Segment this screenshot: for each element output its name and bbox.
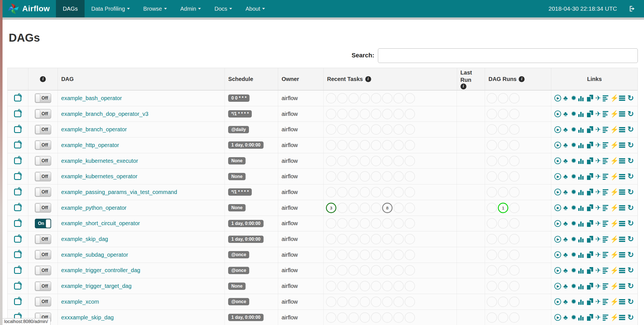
task-state-circle[interactable]: [371, 218, 381, 229]
task-state-circle[interactable]: [487, 109, 497, 119]
dag-pause-toggle[interactable]: Off: [35, 109, 51, 119]
task-tries-icon[interactable]: [586, 283, 594, 290]
task-state-circle[interactable]: [509, 234, 520, 244]
task-state-circle[interactable]: [498, 93, 508, 103]
task-state-circle[interactable]: [337, 203, 348, 213]
schedule-badge[interactable]: None: [228, 173, 246, 180]
task-state-circle[interactable]: [348, 203, 359, 213]
task-duration-icon[interactable]: [578, 220, 586, 227]
dag-pause-toggle[interactable]: On: [35, 219, 51, 228]
task-tries-icon[interactable]: [586, 267, 594, 274]
task-state-circle[interactable]: [382, 250, 393, 260]
task-state-circle[interactable]: [509, 93, 520, 103]
task-state-circle[interactable]: [509, 312, 520, 323]
task-state-circle[interactable]: [382, 281, 393, 291]
landing-times-icon[interactable]: ✈: [594, 314, 602, 321]
task-state-circle[interactable]: [405, 234, 415, 244]
task-state-circle[interactable]: [326, 281, 336, 291]
logs-icon[interactable]: [619, 267, 626, 274]
refresh-icon[interactable]: ↻: [627, 220, 634, 227]
logs-icon[interactable]: [619, 251, 626, 258]
code-view-icon[interactable]: ⚡: [611, 204, 618, 211]
task-duration-icon[interactable]: [578, 94, 586, 102]
graph-view-icon[interactable]: ✹: [570, 298, 577, 305]
task-state-circle[interactable]: [326, 109, 336, 119]
task-tries-icon[interactable]: [586, 236, 594, 243]
task-state-circle[interactable]: [405, 156, 415, 166]
nav-item-browse[interactable]: Browse: [137, 0, 174, 17]
task-state-circle[interactable]: [393, 234, 404, 244]
task-state-circle[interactable]: [360, 297, 370, 307]
task-state-circle[interactable]: [360, 218, 370, 229]
graph-view-icon[interactable]: ✹: [570, 110, 577, 118]
landing-times-icon[interactable]: ✈: [594, 173, 602, 180]
edit-dag-icon[interactable]: [14, 173, 21, 180]
graph-view-icon[interactable]: ✹: [570, 251, 577, 258]
schedule-badge[interactable]: @daily: [228, 126, 249, 133]
task-state-circle[interactable]: [487, 250, 497, 260]
landing-times-icon[interactable]: ✈: [594, 220, 602, 227]
task-state-circle[interactable]: [326, 124, 336, 135]
graph-view-icon[interactable]: ✹: [570, 204, 577, 211]
task-state-circle[interactable]: [509, 156, 520, 166]
task-state-circle[interactable]: [371, 109, 381, 119]
task-tries-icon[interactable]: [586, 110, 594, 118]
trigger-dag-icon[interactable]: ▶: [554, 189, 561, 195]
task-state-circle[interactable]: [405, 93, 415, 103]
trigger-dag-icon[interactable]: ▶: [554, 95, 561, 101]
task-state-circle[interactable]: [498, 171, 508, 182]
dag-pause-toggle[interactable]: Off: [35, 156, 51, 166]
trigger-dag-icon[interactable]: ▶: [554, 173, 561, 180]
code-view-icon[interactable]: ⚡: [611, 188, 618, 196]
task-tries-icon[interactable]: [586, 141, 594, 149]
task-duration-icon[interactable]: [578, 314, 586, 321]
gantt-view-icon[interactable]: [602, 314, 610, 321]
task-state-circle[interactable]: [509, 124, 520, 135]
landing-times-icon[interactable]: ✈: [594, 283, 602, 290]
dag-link[interactable]: example_branch_operator: [61, 126, 127, 133]
gantt-view-icon[interactable]: [602, 283, 610, 290]
gantt-view-icon[interactable]: [602, 173, 610, 180]
info-icon[interactable]: i: [519, 76, 525, 82]
task-state-circle[interactable]: [393, 312, 404, 323]
trigger-dag-icon[interactable]: ▶: [554, 220, 561, 227]
task-state-circle[interactable]: [348, 265, 359, 276]
task-state-circle[interactable]: [382, 218, 393, 229]
logs-icon[interactable]: [619, 157, 626, 164]
code-view-icon[interactable]: ⚡: [611, 157, 618, 164]
logs-icon[interactable]: [619, 110, 626, 118]
gantt-view-icon[interactable]: [602, 141, 610, 149]
gantt-view-icon[interactable]: [602, 236, 610, 243]
task-state-circle[interactable]: [498, 312, 508, 323]
landing-times-icon[interactable]: ✈: [594, 298, 602, 305]
task-state-circle[interactable]: [498, 297, 508, 307]
task-state-circle[interactable]: [487, 171, 497, 182]
tree-view-icon[interactable]: ♣: [562, 267, 569, 274]
task-state-circle[interactable]: [487, 234, 497, 244]
refresh-icon[interactable]: ↻: [627, 204, 634, 211]
task-state-circle[interactable]: [348, 109, 359, 119]
dag-link[interactable]: example_branch_dop_operator_v3: [61, 111, 148, 117]
task-state-circle[interactable]: [371, 281, 381, 291]
task-state-circle[interactable]: [348, 250, 359, 260]
task-state-circle[interactable]: [393, 203, 404, 213]
task-state-circle[interactable]: [393, 265, 404, 276]
task-tries-icon[interactable]: [586, 173, 594, 180]
task-state-circle[interactable]: [382, 265, 393, 276]
dag-link[interactable]: example_kubernetes_operator: [61, 173, 137, 180]
task-state-circle[interactable]: [360, 109, 370, 119]
gantt-view-icon[interactable]: [602, 110, 610, 118]
task-state-circle[interactable]: [360, 312, 370, 323]
task-state-circle[interactable]: [326, 93, 336, 103]
task-state-circle[interactable]: [405, 265, 415, 276]
task-state-circle[interactable]: [498, 124, 508, 135]
task-state-circle[interactable]: [393, 281, 404, 291]
nav-item-docs[interactable]: Docs: [208, 0, 239, 17]
task-state-circle[interactable]: [405, 218, 415, 229]
gantt-view-icon[interactable]: [602, 267, 610, 274]
landing-times-icon[interactable]: ✈: [594, 110, 602, 118]
code-view-icon[interactable]: ⚡: [611, 236, 618, 243]
task-state-circle[interactable]: [498, 218, 508, 229]
task-state-circle[interactable]: [348, 187, 359, 197]
code-view-icon[interactable]: ⚡: [611, 141, 618, 149]
